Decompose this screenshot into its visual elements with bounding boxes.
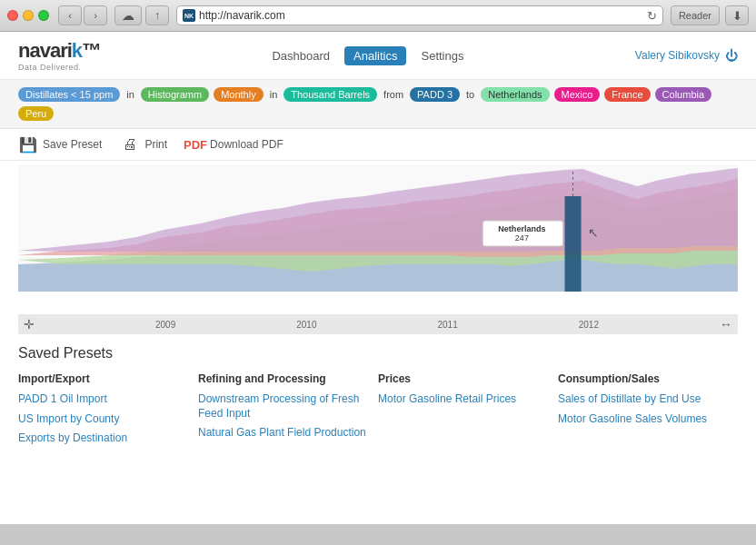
download-button[interactable]: ⬇: [725, 5, 749, 25]
timeline-range-2011: 2011: [438, 320, 458, 330]
saved-presets-title: Saved Presets: [18, 345, 738, 362]
timeline-range-2012: 2012: [579, 320, 599, 330]
minimize-button[interactable]: [23, 10, 34, 21]
nav-analitics[interactable]: Analitics: [344, 46, 406, 65]
svg-rect-1: [565, 196, 582, 292]
preset-us-import-county[interactable]: US Import by County: [18, 412, 198, 427]
chart-svg: Netherlands 247 ↖: [18, 164, 738, 292]
print-button[interactable]: 🖨 Print: [120, 134, 167, 154]
timeline-range-2010: 2010: [296, 320, 316, 330]
logo: navarik™ Data Delivered.: [18, 39, 101, 72]
forward-button[interactable]: ›: [84, 5, 107, 25]
nav-settings[interactable]: Settings: [421, 49, 463, 63]
share-button[interactable]: ↑: [145, 5, 169, 25]
traffic-lights: [7, 10, 49, 21]
filter-thousand-barrels[interactable]: Thousand Barrels: [284, 87, 377, 102]
filter-monthly[interactable]: Monthly: [214, 87, 264, 102]
back-button[interactable]: ‹: [58, 5, 82, 25]
cloud-button[interactable]: ☁: [114, 5, 142, 25]
save-icon: 💾: [18, 134, 38, 154]
main-nav: Dashboard Analitics Settings: [272, 46, 463, 65]
page-content: navarik™ Data Delivered. Dashboard Anali…: [0, 32, 756, 524]
col-heading-import-export: Import/Export: [18, 372, 198, 385]
preset-exports-destination[interactable]: Exports by Destination: [18, 431, 198, 446]
maximize-button[interactable]: [38, 10, 49, 21]
username: Valery Sibikovsky: [635, 49, 720, 62]
timeline-range-2009: 2009: [155, 320, 175, 330]
filter-distillates[interactable]: Distillates < 15 ppm: [18, 87, 120, 102]
preset-natural-gas-plant[interactable]: Natural Gas Plant Field Production: [198, 426, 378, 441]
browser-chrome: ‹ › ☁ ↑ NK http://navarik.com ↻ Reader ⬇: [0, 0, 756, 32]
timeline-bar[interactable]: ✛ 2009 2010 2011 2012 ↔: [18, 314, 738, 334]
col-heading-consumption: Consumption/Sales: [558, 372, 738, 385]
power-icon[interactable]: ⏻: [725, 48, 738, 63]
filter-bar: Distillates < 15 ppm in Histogramm Month…: [0, 80, 756, 129]
preset-col-import-export: Import/Export PADD 1 Oil Import US Impor…: [18, 372, 198, 451]
toolbar: 💾 Save Preset 🖨 Print PDF Download PDF: [0, 129, 756, 161]
preset-motor-gasoline-retail[interactable]: Motor Gasoline Retail Prices: [378, 392, 558, 407]
filter-in-2: in: [268, 87, 280, 102]
filter-columbia[interactable]: Columbia: [655, 87, 711, 102]
logo-tagline: Data Delivered.: [18, 63, 101, 72]
save-preset-button[interactable]: 💾 Save Preset: [18, 134, 102, 154]
col-heading-refining: Refining and Processing: [198, 372, 378, 385]
preset-padd1-oil-import[interactable]: PADD 1 Oil Import: [18, 392, 198, 407]
page-header: navarik™ Data Delivered. Dashboard Anali…: [0, 32, 756, 80]
favicon: NK: [183, 9, 195, 22]
print-icon: 🖨: [120, 134, 140, 154]
preset-motor-gasoline-sales[interactable]: Motor Gasoline Sales Volumes: [558, 412, 738, 427]
timeline-move-icon[interactable]: ✛: [24, 317, 35, 332]
svg-text:↖: ↖: [588, 225, 599, 240]
logo-text: navarik™: [18, 39, 101, 63]
filter-histogramm[interactable]: Histogramm: [141, 87, 209, 102]
download-pdf-button[interactable]: PDF Download PDF: [185, 134, 284, 154]
pdf-icon: PDF: [185, 134, 205, 154]
svg-text:247: 247: [515, 233, 529, 243]
reader-button[interactable]: Reader: [671, 5, 720, 25]
presets-grid: Import/Export PADD 1 Oil Import US Impor…: [18, 372, 738, 451]
preset-downstream-processing[interactable]: Downstream Processing of Fresh Feed Inpu…: [198, 392, 378, 421]
nav-dashboard[interactable]: Dashboard: [272, 49, 330, 63]
preset-col-refining: Refining and Processing Downstream Proce…: [198, 372, 378, 451]
filter-peru[interactable]: Peru: [18, 106, 54, 121]
svg-text:Netherlands: Netherlands: [498, 224, 545, 233]
preset-col-consumption: Consumption/Sales Sales of Distillate by…: [558, 372, 738, 451]
saved-presets: Saved Presets Import/Export PADD 1 Oil I…: [0, 334, 756, 451]
filter-in-1: in: [124, 87, 136, 102]
close-button[interactable]: [7, 10, 18, 21]
url-text: http://navarik.com: [199, 9, 643, 22]
chart-area: Jun, 2012 471 Net: [0, 164, 756, 314]
preset-sales-distillate[interactable]: Sales of Distillate by End Use: [558, 392, 738, 407]
chart-container[interactable]: Netherlands 247 ↖: [18, 164, 738, 296]
filter-padd3[interactable]: PADD 3: [410, 87, 460, 102]
timeline-expand-icon[interactable]: ↔: [720, 317, 732, 332]
filter-mexico[interactable]: Mexico: [554, 87, 601, 102]
filter-netherlands[interactable]: Netherlands: [481, 87, 549, 102]
preset-col-prices: Prices Motor Gasoline Retail Prices: [378, 372, 558, 451]
user-area: Valery Sibikovsky ⏻: [635, 48, 738, 63]
address-bar[interactable]: NK http://navarik.com ↻: [176, 5, 663, 25]
filter-to: to: [464, 87, 476, 102]
filter-from: from: [382, 87, 405, 102]
refresh-icon[interactable]: ↻: [647, 9, 657, 23]
filter-france[interactable]: France: [604, 87, 650, 102]
col-heading-prices: Prices: [378, 372, 558, 385]
